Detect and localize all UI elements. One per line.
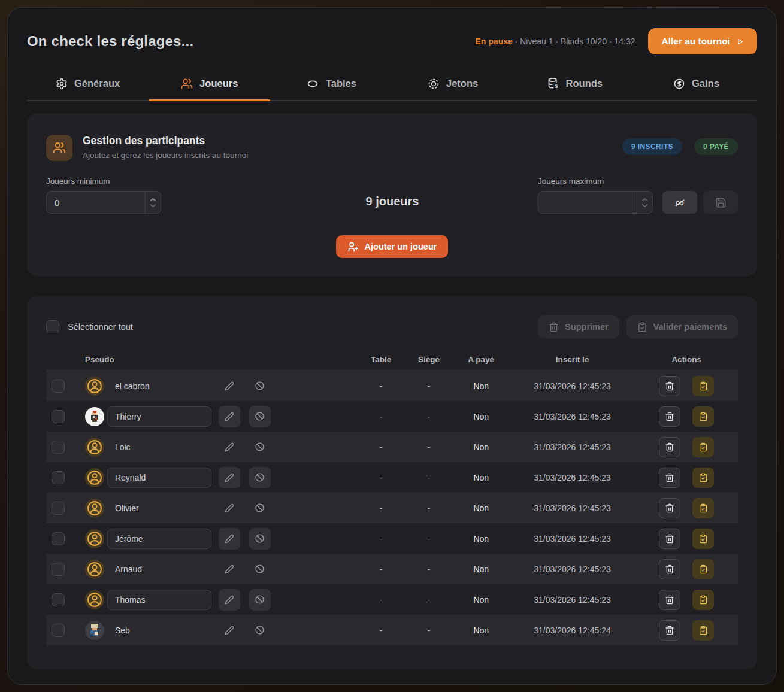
save-max-players-button[interactable]	[703, 191, 738, 214]
edit-player-button[interactable]	[219, 497, 240, 519]
col-registered: Inscrit le	[510, 355, 635, 364]
delete-player-button[interactable]	[659, 559, 680, 579]
player-name-input[interactable]	[107, 559, 211, 579]
player-name-input[interactable]	[107, 406, 211, 427]
validate-payment-button[interactable]	[692, 468, 714, 488]
edit-player-button[interactable]	[219, 528, 240, 550]
tab-joueurs[interactable]: Joueurs	[149, 70, 270, 100]
tab-tables[interactable]: Tables	[270, 70, 392, 100]
player-avatar	[85, 468, 104, 487]
ban-icon	[255, 442, 265, 452]
table-row: - - Non 31/03/2026 12:45:23	[46, 432, 738, 462]
tab-rounds[interactable]: $ Rounds	[514, 70, 635, 100]
tab-generaux[interactable]: Généraux	[27, 70, 149, 100]
table-row: - - Non 31/03/2026 12:45:23	[46, 554, 738, 584]
card-subtitle: Ajoutez et gérez les joueurs inscrits au…	[83, 151, 622, 160]
trash-icon	[665, 503, 674, 513]
player-registered-value: 31/03/2026 12:45:23	[510, 442, 635, 452]
ban-player-button[interactable]	[249, 436, 271, 458]
validate-payment-button[interactable]	[692, 406, 714, 427]
validate-payment-button[interactable]	[692, 498, 714, 518]
edit-player-button[interactable]	[219, 620, 240, 641]
delete-player-button[interactable]	[659, 437, 680, 457]
player-paid-value: Non	[453, 412, 510, 421]
validate-payment-button[interactable]	[692, 590, 714, 610]
validate-payment-button[interactable]	[692, 529, 714, 549]
ban-player-button[interactable]	[249, 467, 271, 488]
bulk-delete-button[interactable]: Supprimer	[538, 315, 619, 338]
row-checkbox[interactable]	[52, 441, 65, 454]
save-icon	[715, 197, 727, 208]
delete-player-button[interactable]	[659, 406, 680, 427]
validate-payment-button[interactable]	[692, 559, 714, 579]
ban-player-button[interactable]	[249, 497, 271, 519]
validate-payment-button[interactable]	[692, 376, 714, 396]
go-to-tournament-button[interactable]: Aller au tournoi	[648, 28, 757, 54]
row-checkbox[interactable]	[52, 624, 65, 637]
min-players-input[interactable]	[46, 191, 161, 214]
tab-gains[interactable]: Gains	[635, 70, 757, 100]
player-registered-value: 31/03/2026 12:45:23	[510, 473, 635, 482]
clipboard-check-icon	[698, 534, 708, 544]
player-registered-value: 31/03/2026 12:45:23	[510, 503, 635, 513]
player-name-input[interactable]	[107, 498, 211, 518]
player-paid-value: Non	[453, 595, 510, 605]
col-seat: Siège	[405, 355, 453, 364]
delete-player-button[interactable]	[659, 498, 680, 518]
table-row: - - Non 31/03/2026 12:45:23	[46, 523, 738, 554]
row-checkbox[interactable]	[52, 471, 65, 484]
edit-player-button[interactable]	[219, 467, 240, 488]
add-player-button[interactable]: Ajouter un joueur	[336, 235, 449, 258]
min-players-stepper[interactable]	[145, 192, 161, 213]
select-all-checkbox[interactable]	[46, 320, 59, 333]
validate-payment-button[interactable]	[692, 437, 714, 457]
player-name-input[interactable]	[107, 376, 211, 396]
edit-player-button[interactable]	[219, 375, 240, 397]
tab-jetons[interactable]: Jetons	[392, 70, 514, 100]
row-checkbox[interactable]	[52, 563, 65, 576]
trash-icon	[665, 381, 674, 391]
registered-count-badge: 9 INSCRITS	[622, 138, 682, 155]
player-name-input[interactable]	[107, 468, 211, 488]
player-table-value: -	[357, 626, 405, 635]
delete-player-button[interactable]	[659, 468, 680, 488]
max-players-stepper[interactable]	[637, 192, 652, 213]
delete-player-button[interactable]	[659, 620, 680, 641]
edit-player-button[interactable]	[219, 406, 240, 427]
player-name-input[interactable]	[107, 437, 211, 457]
ban-icon	[255, 564, 265, 574]
pencil-icon	[225, 412, 234, 421]
player-registered-value: 31/03/2026 12:45:23	[510, 381, 635, 391]
player-name-input[interactable]	[107, 529, 211, 549]
max-players-input[interactable]	[538, 191, 653, 214]
card-title: Gestion des participants	[83, 135, 622, 147]
player-table-value: -	[357, 473, 405, 482]
player-table-value: -	[357, 564, 405, 574]
bulk-validate-payments-button[interactable]: Valider paiements	[626, 315, 738, 338]
row-checkbox[interactable]	[52, 532, 65, 545]
player-registered-value: 31/03/2026 12:45:23	[510, 534, 635, 544]
ban-player-button[interactable]	[249, 559, 271, 580]
table-header: Pseudo Table Siège A payé Inscrit le Act…	[46, 349, 738, 371]
delete-player-button[interactable]	[659, 376, 680, 396]
row-checkbox[interactable]	[52, 410, 65, 423]
delete-player-button[interactable]	[659, 529, 680, 549]
validate-payment-button[interactable]	[692, 620, 714, 641]
ban-player-button[interactable]	[249, 528, 271, 550]
unlimited-players-button[interactable]: ∞	[662, 191, 697, 214]
player-name-input[interactable]	[107, 620, 211, 641]
edit-player-button[interactable]	[219, 559, 240, 580]
ban-player-button[interactable]	[249, 406, 271, 427]
player-name-input[interactable]	[107, 590, 211, 610]
row-checkbox[interactable]	[52, 502, 65, 515]
row-checkbox[interactable]	[52, 380, 65, 393]
participants-users-icon	[46, 135, 72, 161]
edit-player-button[interactable]	[219, 589, 240, 611]
ban-player-button[interactable]	[249, 375, 271, 397]
ban-player-button[interactable]	[249, 620, 271, 641]
delete-player-button[interactable]	[659, 590, 680, 610]
row-checkbox[interactable]	[52, 593, 65, 606]
database-dollar-icon: $	[547, 77, 559, 90]
edit-player-button[interactable]	[219, 436, 240, 458]
ban-player-button[interactable]	[249, 589, 271, 611]
